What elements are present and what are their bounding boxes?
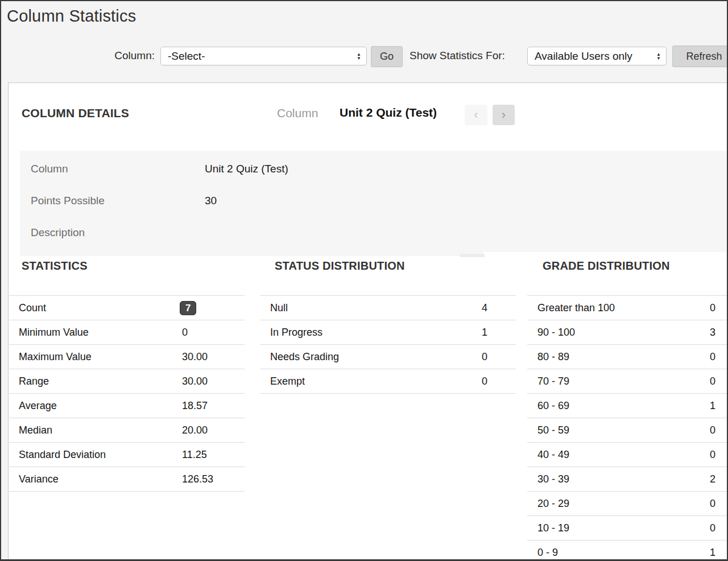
- stat-value: 18.57: [182, 400, 208, 412]
- page-title: Column Statistics: [7, 7, 136, 26]
- status-distribution-heading: STATUS DISTRIBUTION: [275, 259, 405, 273]
- stat-label: Median: [19, 424, 52, 436]
- field-label: Column: [31, 163, 68, 175]
- grade-range-label: 10 - 19: [537, 522, 569, 534]
- show-statistics-for-value: Available Users only: [535, 50, 632, 63]
- grade-count-value: 0: [710, 424, 715, 436]
- table-row: Maximum Value 30.00: [9, 344, 245, 369]
- table-row: 80 - 89 0: [527, 344, 728, 369]
- table-row: 70 - 79 0: [527, 369, 728, 393]
- table-row: Needs Grading 0: [260, 344, 516, 369]
- current-column-name: Unit 2 Quiz (Test): [340, 106, 437, 119]
- status-label: Exempt: [270, 376, 305, 387]
- table-row: 90 - 100 3: [527, 320, 728, 344]
- status-value: 0: [482, 351, 487, 363]
- status-label: Null: [270, 302, 288, 314]
- table-row: 30 - 39 2: [527, 467, 728, 491]
- grade-distribution-heading: GRADE DISTRIBUTION: [543, 259, 670, 273]
- field-value: 30: [205, 195, 217, 207]
- status-label: Needs Grading: [270, 351, 339, 363]
- status-value: 1: [482, 327, 487, 339]
- table-row: Greater than 100 0: [527, 295, 728, 320]
- grade-range-label: 80 - 89: [537, 351, 569, 363]
- status-value: 4: [482, 302, 487, 314]
- show-statistics-for-label: Show Statistics For:: [410, 50, 505, 62]
- updown-arrows-icon: ▲▼: [656, 52, 661, 60]
- statistics-heading: STATISTICS: [22, 259, 88, 273]
- stat-label: Standard Deviation: [19, 449, 106, 461]
- grade-count-value: 0: [710, 498, 715, 510]
- stat-value: 126.53: [182, 473, 213, 485]
- column-details-heading: COLUMN DETAILS: [22, 106, 129, 120]
- table-row: Count 7: [9, 295, 245, 320]
- table-row: Exempt 0: [260, 369, 516, 393]
- column-caption: Column: [277, 106, 318, 120]
- table-row: In Progress 1: [260, 320, 516, 344]
- field-label: Description: [31, 226, 85, 239]
- stat-value: 30.00: [182, 376, 208, 387]
- table-row: Minimum Value 0: [9, 320, 245, 344]
- column-select-value: -Select-: [168, 50, 205, 63]
- grade-range-label: 40 - 49: [537, 449, 569, 461]
- field-label: Points Possible: [31, 195, 105, 207]
- status-distribution-table: Null 4 In Progress 1 Needs Grading 0 Exe…: [260, 295, 516, 394]
- stat-label: Count: [19, 302, 46, 314]
- status-label: In Progress: [270, 327, 322, 339]
- grade-distribution-table: Greater than 100 0 90 - 100 3 80 - 89 0 …: [527, 295, 728, 561]
- stat-value: 11.25: [182, 449, 207, 461]
- grade-range-label: 30 - 39: [537, 473, 569, 485]
- table-row: Range 30.00: [9, 369, 245, 393]
- grade-count-value: 2: [710, 473, 715, 485]
- field-value: Unit 2 Quiz (Test): [205, 163, 288, 175]
- refresh-button[interactable]: Refresh: [672, 46, 728, 67]
- table-row: 40 - 49 0: [527, 442, 728, 467]
- column-select-label: Column:: [106, 50, 155, 62]
- stat-value: 20.00: [182, 424, 208, 436]
- stat-value: 30.00: [182, 351, 208, 363]
- show-statistics-for-select[interactable]: Available Users only ▲▼: [527, 47, 667, 65]
- next-column-button[interactable]: ›: [493, 105, 515, 125]
- grade-range-label: 70 - 79: [537, 376, 569, 387]
- stat-label: Minimum Value: [19, 327, 89, 339]
- grade-count-value: 3: [710, 327, 715, 339]
- table-row: Median 20.00: [9, 418, 245, 442]
- grade-count-value: 1: [710, 400, 715, 412]
- statistics-table: Count 7 Minimum Value 0 Maximum Value 30…: [9, 295, 245, 492]
- column-select[interactable]: -Select- ▲▼: [160, 47, 367, 65]
- grade-count-value: 0: [710, 302, 715, 314]
- go-button[interactable]: Go: [371, 46, 403, 67]
- grade-range-label: 0 - 9: [537, 547, 558, 559]
- panel-notch: [483, 252, 728, 257]
- stat-label: Range: [19, 376, 49, 387]
- stat-label: Average: [19, 400, 57, 412]
- grade-count-value: 0: [710, 351, 715, 363]
- table-row: 50 - 59 0: [527, 418, 728, 442]
- grade-count-value: 0: [710, 449, 715, 461]
- stat-value: 0: [182, 327, 188, 339]
- grade-range-label: 20 - 29: [537, 498, 569, 510]
- grade-count-value: 0: [710, 522, 715, 534]
- count-badge: 7: [180, 301, 196, 315]
- grade-count-value: 1: [710, 547, 715, 559]
- status-value: 0: [482, 376, 487, 387]
- grade-range-label: 60 - 69: [537, 400, 569, 412]
- previous-column-button[interactable]: ‹: [465, 105, 487, 125]
- table-row: 10 - 19 0: [527, 515, 728, 540]
- table-row: Standard Deviation 11.25: [9, 442, 245, 467]
- chevron-right-icon: ›: [502, 109, 506, 121]
- table-row: Variance 126.53: [9, 467, 245, 491]
- table-row: 0 - 9 1: [527, 540, 728, 561]
- grade-range-label: 90 - 100: [537, 327, 575, 339]
- grade-range-label: Greater than 100: [537, 302, 615, 314]
- stat-label: Maximum Value: [19, 351, 92, 363]
- table-row: 60 - 69 1: [527, 393, 728, 418]
- grade-range-label: 50 - 59: [537, 424, 569, 436]
- grade-count-value: 0: [710, 376, 715, 387]
- chevron-left-icon: ‹: [474, 109, 478, 121]
- column-statistics-page: Column Statistics Column: -Select- ▲▼ Go…: [0, 0, 728, 561]
- stat-label: Variance: [19, 473, 59, 485]
- updown-arrows-icon: ▲▼: [357, 52, 361, 60]
- table-row: Average 18.57: [9, 393, 245, 418]
- column-details-panel: Column Unit 2 Quiz (Test) Points Possibl…: [20, 151, 728, 256]
- table-row: Null 4: [260, 295, 516, 320]
